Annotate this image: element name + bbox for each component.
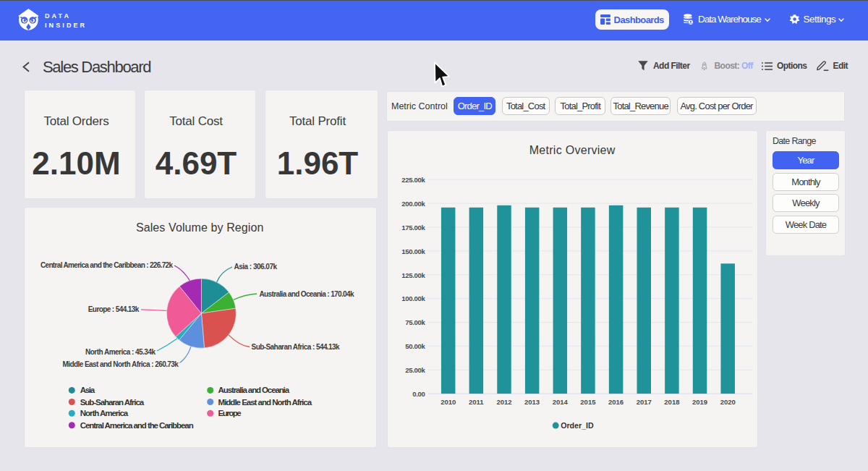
- svg-text:2012: 2012: [496, 397, 511, 405]
- svg-text:2011: 2011: [468, 397, 483, 405]
- svg-text:2013: 2013: [524, 397, 540, 405]
- svg-text:Middle East and North Africa :: Middle East and North Africa : 260.73k: [62, 360, 179, 368]
- svg-text:North America : 45.34k: North America : 45.34k: [85, 347, 156, 355]
- svg-text:Europe : 544.13k: Europe : 544.13k: [88, 305, 140, 313]
- svg-text:Europe: Europe: [218, 409, 242, 417]
- svg-text:125.00k: 125.00k: [401, 271, 425, 279]
- svg-text:2010: 2010: [441, 397, 456, 405]
- svg-text:2016: 2016: [608, 397, 624, 405]
- svg-text:0.00: 0.00: [412, 389, 425, 397]
- svg-text:2014: 2014: [552, 397, 568, 405]
- svg-text:Central America and the Caribb: Central America and the Caribbean : 226.…: [41, 260, 173, 268]
- svg-text:25.00k: 25.00k: [405, 366, 425, 374]
- svg-text:Australia and Oceania : 170.04: Australia and Oceania : 170.04k: [260, 290, 354, 298]
- svg-text:Sub-Saharan Africa: Sub-Saharan Africa: [80, 397, 145, 406]
- svg-text:Middle East and North Africa: Middle East and North Africa: [218, 397, 312, 406]
- svg-text:2020: 2020: [720, 397, 735, 405]
- svg-text:2017: 2017: [636, 397, 651, 405]
- svg-text:Central America and the Caribb: Central America and the Caribbean: [80, 420, 194, 429]
- svg-text:Sub-Saharan Africa : 544.13k: Sub-Saharan Africa : 544.13k: [252, 343, 340, 351]
- svg-text:Asia: Asia: [80, 386, 95, 394]
- svg-text:Metric Overview: Metric Overview: [529, 143, 615, 156]
- svg-text:200.00k: 200.00k: [401, 199, 425, 207]
- svg-text:175.00k: 175.00k: [401, 223, 425, 231]
- svg-text:2015: 2015: [580, 397, 596, 405]
- svg-text:2018: 2018: [664, 397, 679, 405]
- svg-text:Order_ID: Order_ID: [561, 421, 594, 430]
- svg-text:50.00k: 50.00k: [405, 342, 425, 350]
- svg-text:100.00k: 100.00k: [401, 294, 425, 302]
- svg-text:Australia and Oceania: Australia and Oceania: [218, 386, 290, 394]
- svg-text:225.00k: 225.00k: [401, 176, 425, 184]
- svg-text:75.00k: 75.00k: [405, 318, 425, 326]
- svg-text:North America: North America: [80, 409, 129, 417]
- svg-text:Asia : 306.07k: Asia : 306.07k: [234, 263, 278, 271]
- svg-text:150.00k: 150.00k: [401, 247, 425, 255]
- svg-text:Sales Volume by Region: Sales Volume by Region: [136, 221, 264, 233]
- svg-text:2019: 2019: [692, 397, 707, 405]
